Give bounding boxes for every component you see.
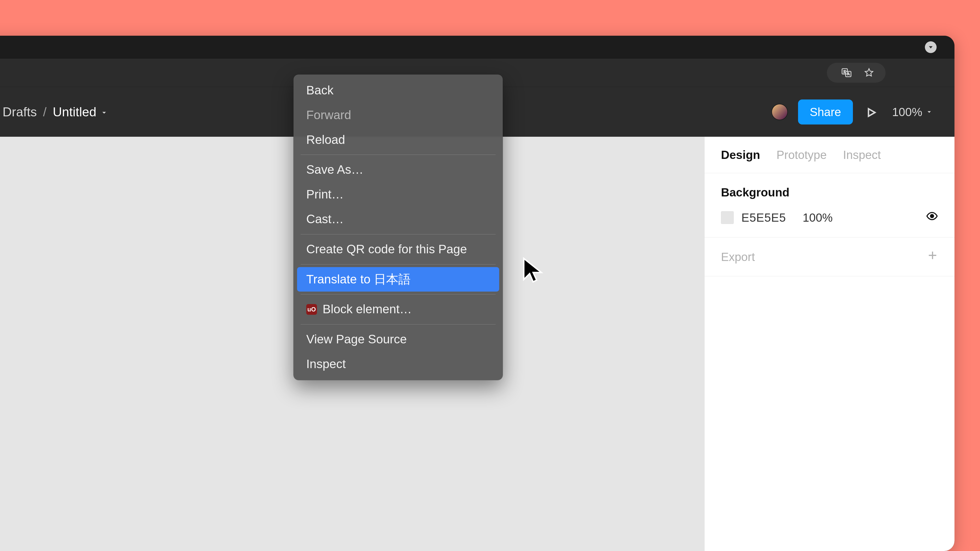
star-icon[interactable] bbox=[864, 67, 874, 78]
document-title[interactable]: Untitled bbox=[53, 105, 108, 119]
triangle-down-icon bbox=[928, 44, 934, 50]
svg-point-2 bbox=[931, 214, 934, 218]
ctx-inspect[interactable]: Inspect bbox=[297, 352, 499, 376]
panel-tabs: Design Prototype Inspect bbox=[705, 137, 955, 173]
ctx-forward: Forward bbox=[297, 103, 499, 127]
right-panel: Design Prototype Inspect Background E5E5… bbox=[704, 137, 955, 551]
zoom-control[interactable]: 100% bbox=[892, 105, 932, 119]
export-section: Export bbox=[705, 238, 955, 276]
add-export-button[interactable] bbox=[927, 250, 938, 264]
color-swatch[interactable] bbox=[721, 211, 734, 224]
tab-design[interactable]: Design bbox=[721, 148, 760, 162]
background-row: E5E5E5 100% bbox=[721, 210, 938, 225]
tab-inspect[interactable]: Inspect bbox=[843, 148, 881, 162]
ctx-block-element-label: Block element… bbox=[323, 301, 412, 318]
background-section: Background E5E5E5 100% bbox=[705, 173, 955, 238]
visibility-toggle[interactable] bbox=[926, 210, 938, 225]
urlbar-actions bbox=[827, 63, 886, 83]
present-button[interactable] bbox=[865, 106, 877, 118]
ctx-print[interactable]: Print… bbox=[297, 182, 499, 207]
ctx-back[interactable]: Back bbox=[297, 78, 499, 103]
breadcrumb-separator: / bbox=[43, 105, 47, 119]
ctx-separator bbox=[301, 264, 496, 265]
ctx-reload[interactable]: Reload bbox=[297, 127, 499, 152]
translate-icon[interactable] bbox=[841, 67, 852, 78]
document-title-text: Untitled bbox=[53, 105, 97, 119]
zoom-value: 100% bbox=[892, 105, 922, 119]
ctx-translate[interactable]: Translate to 日本語 bbox=[297, 267, 499, 292]
browser-menu-button[interactable] bbox=[925, 41, 937, 53]
chevron-down-icon bbox=[926, 109, 932, 115]
ctx-block-element[interactable]: uO Block element… bbox=[297, 297, 499, 322]
context-menu: Back Forward Reload Save As… Print… Cast… bbox=[293, 75, 503, 380]
export-label: Export bbox=[721, 250, 755, 264]
ctx-cast[interactable]: Cast… bbox=[297, 207, 499, 232]
browser-titlebar bbox=[0, 36, 955, 59]
ctx-view-source[interactable]: View Page Source bbox=[297, 327, 499, 352]
background-hex-value[interactable]: E5E5E5 bbox=[741, 211, 795, 224]
background-section-title: Background bbox=[721, 186, 938, 199]
ctx-separator bbox=[301, 294, 496, 294]
background-opacity-value[interactable]: 100% bbox=[803, 211, 843, 224]
tab-prototype[interactable]: Prototype bbox=[776, 148, 827, 162]
ctx-save-as[interactable]: Save As… bbox=[297, 157, 499, 182]
breadcrumb: Drafts / Untitled bbox=[3, 105, 108, 119]
ublock-icon: uO bbox=[306, 304, 317, 315]
chevron-down-icon bbox=[100, 105, 108, 119]
browser-window: F Drafts / Untitled Share 100% D bbox=[0, 36, 955, 551]
share-button[interactable]: Share bbox=[798, 100, 853, 124]
breadcrumb-folder[interactable]: Drafts bbox=[3, 105, 37, 119]
ctx-create-qr[interactable]: Create QR code for this Page bbox=[297, 237, 499, 262]
avatar[interactable] bbox=[772, 104, 788, 120]
